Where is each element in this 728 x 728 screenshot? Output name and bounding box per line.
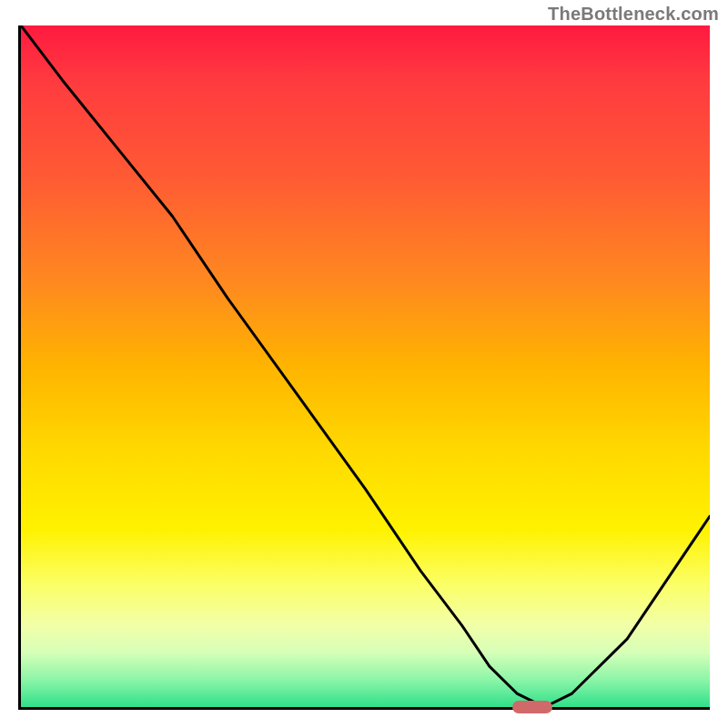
watermark-text: TheBottleneck.com	[548, 4, 719, 25]
optimal-marker	[512, 701, 552, 713]
chart-plot-area	[18, 25, 710, 710]
chart-line-layer	[21, 25, 710, 707]
bottleneck-curve-path	[21, 25, 710, 707]
